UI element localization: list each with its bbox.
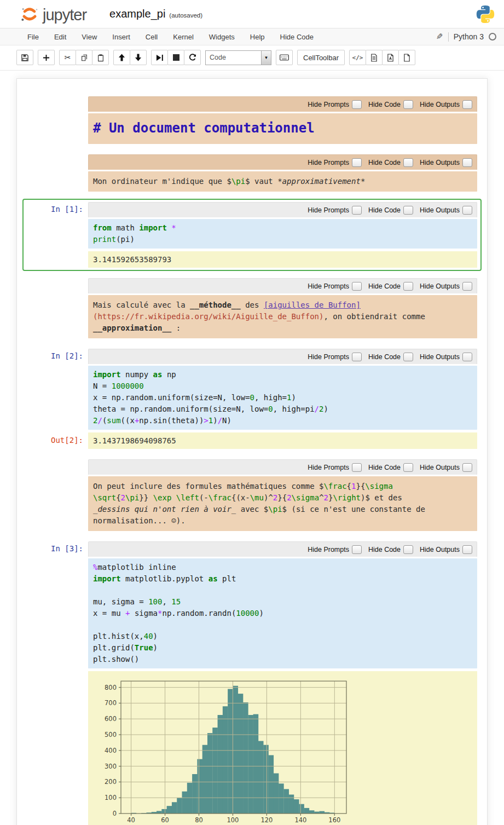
svg-text:700: 700 [105,699,117,707]
hide-code-checkbox[interactable] [403,282,413,291]
hide-outputs-label: Hide Outputs [420,282,460,290]
hide-prompts-checkbox[interactable] [352,353,362,361]
input-prompt [27,278,88,295]
hide-code-checkbox[interactable] [403,353,413,361]
code-brackets-icon: </> [352,54,363,61]
hide-outputs-checkbox[interactable] [462,463,472,472]
hide-prompts-checkbox[interactable] [352,282,362,291]
hide-outputs-checkbox[interactable] [462,282,472,291]
hide-prompts-label: Hide Prompts [308,101,349,108]
scissors-icon: ✂ [65,54,71,61]
hide-prompts-checkbox[interactable] [352,206,362,215]
save-icon [21,54,29,62]
hide-code-checkbox[interactable] [403,463,413,472]
markdown-source[interactable]: Mais calculé avec la __méthode__ des [ai… [88,295,477,338]
hide-prompts-label: Hide Prompts [308,206,349,214]
move-cell-up-button[interactable] [113,50,130,65]
hide-outputs-label: Hide Outputs [420,101,460,108]
run-cell-button[interactable] [151,50,168,65]
hide-outputs-checkbox[interactable] [462,100,472,109]
menu-item-help[interactable]: Help [242,30,273,44]
code-cell[interactable]: In [3]:Hide PromptsHide CodeHide Outputs… [22,538,482,825]
markdown-cell[interactable]: Hide PromptsHide CodeHide OutputsMais ca… [22,275,482,342]
cell-type-value: Code [206,54,261,61]
toggle-code-button[interactable]: </> [349,50,366,65]
hide-code-label: Hide Code [368,206,401,214]
menu-item-kernel[interactable]: Kernel [165,30,201,44]
cell-toolbar: Hide PromptsHide CodeHide Outputs [88,459,477,475]
menu-item-view[interactable]: View [74,30,105,44]
code-cell[interactable]: In [1]:Hide PromptsHide CodeHide Outputs… [22,199,482,271]
hide-outputs-label: Hide Outputs [420,353,460,361]
svg-text:100: 100 [105,794,117,801]
cut-cell-button[interactable]: ✂ [59,50,76,65]
hide-prompts-label: Hide Prompts [308,282,349,290]
hide-code-label: Hide Code [368,353,401,361]
hide-code-checkbox[interactable] [403,545,413,554]
hide-code-checkbox[interactable] [403,158,413,167]
output-prompt [27,251,88,268]
add-cell-button[interactable] [38,50,55,65]
export-pdf-button[interactable] [382,50,399,65]
hide-outputs-label: Hide Outputs [420,206,460,214]
cell-type-select[interactable]: Code ▼ [205,50,271,65]
input-prompt: In [3]: [27,541,88,558]
notebook-title[interactable]: example_pi [109,8,165,20]
cell-toolbar: Hide PromptsHide CodeHide Outputs [88,202,477,217]
menu-item-edit[interactable]: Edit [47,30,74,44]
code-cell[interactable]: In [2]:Hide PromptsHide CodeHide Outputs… [22,345,482,452]
copy-cell-button[interactable] [76,50,92,65]
hide-prompts-checkbox[interactable] [352,463,362,472]
svg-text:80: 80 [195,816,203,824]
stop-icon [173,54,179,61]
markdown-source[interactable]: On peut inclure des formules mathématiqu… [88,476,477,531]
hide-code-label: Hide Code [368,282,401,290]
hide-outputs-checkbox[interactable] [462,158,472,167]
code-editor[interactable]: from math import *print(pi) [88,219,477,249]
hide-prompts-checkbox[interactable] [352,158,362,167]
histogram-plot: 4060801001201401600100200300400500600700… [97,677,354,825]
python-logo-icon [476,4,495,24]
markdown-cell[interactable]: Hide PromptsHide CodeHide OutputsOn peut… [22,456,482,534]
save-button[interactable] [16,50,33,65]
svg-text:100: 100 [227,816,239,824]
kernel-name[interactable]: Python 3 [454,32,484,41]
svg-text:120: 120 [260,816,273,824]
export-html-button[interactable] [366,50,383,65]
menu-item-file[interactable]: File [20,30,47,44]
svg-text:140: 140 [294,816,306,824]
hide-code-label: Hide Code [368,101,401,108]
hide-prompts-checkbox[interactable] [352,100,362,109]
markdown-source[interactable]: Mon ordinateur m'indique que $\pi$ vaut … [88,171,477,192]
svg-text:40: 40 [127,816,135,824]
interrupt-kernel-button[interactable] [167,50,184,65]
plus-icon [43,54,50,61]
hide-prompts-checkbox[interactable] [352,545,362,554]
move-cell-down-button[interactable] [130,50,147,65]
command-palette-button[interactable] [276,50,293,65]
restart-kernel-button[interactable] [184,50,201,65]
select-dropdown-arrow-icon[interactable]: ▼ [261,51,271,65]
menu-item-widgets[interactable]: Widgets [201,30,242,44]
markdown-source[interactable]: # Un document computationnel [88,113,477,144]
code-editor[interactable]: import numpy as npN = 1000000x = np.rand… [88,366,477,430]
hide-outputs-checkbox[interactable] [462,545,472,554]
hide-code-checkbox[interactable] [403,206,413,215]
markdown-cell[interactable]: Hide PromptsHide CodeHide OutputsMon ord… [22,151,482,195]
markdown-cell[interactable]: Hide PromptsHide CodeHide Outputs# Un do… [22,93,482,147]
hide-code-checkbox[interactable] [403,100,413,109]
hide-outputs-checkbox[interactable] [462,353,472,361]
file-blank-icon [403,54,410,62]
menu-item-hide-code[interactable]: Hide Code [273,30,321,44]
code-editor[interactable]: %matplotlib inlineimport matplotlib.pypl… [88,558,477,668]
paste-cell-button[interactable] [92,50,109,65]
hide-outputs-checkbox[interactable] [462,206,472,215]
celltoolbar-button[interactable]: CellToolbar [297,50,345,65]
menu-item-insert[interactable]: Insert [105,30,138,44]
jupyter-logo[interactable]: jupyter [19,3,86,25]
svg-text:600: 600 [105,715,117,723]
menu-item-cell[interactable]: Cell [138,30,165,44]
edit-mode-pencil-icon: ✎ [436,32,443,42]
hide-prompts-label: Hide Prompts [308,159,349,166]
export-blank-button[interactable] [398,50,415,65]
